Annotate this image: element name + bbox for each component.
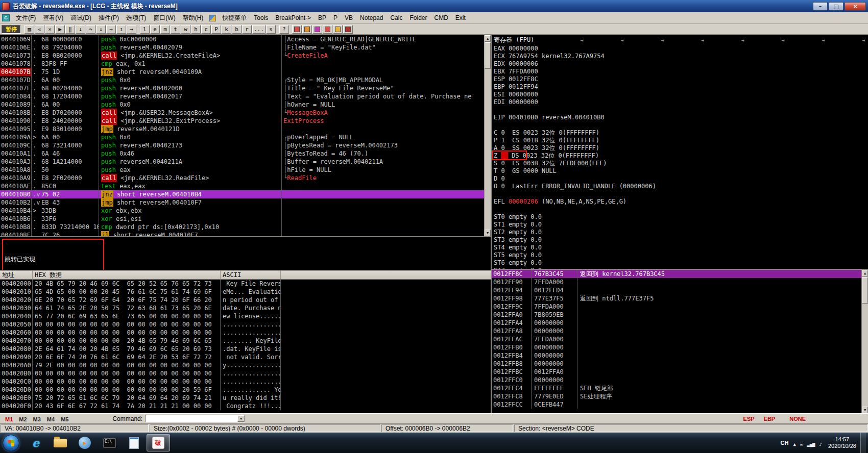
toolbar-animate-into-button[interactable]: ⇓ xyxy=(96,25,106,34)
menu-item[interactable]: BP xyxy=(315,13,330,22)
register-line[interactable]: Z 0 DS 0023 32位 0(FFFFFFFF) xyxy=(494,152,868,160)
register-line[interactable]: EFL 00000206 (NO,NB,NE,A,NS,PE,GE,G) xyxy=(494,198,868,206)
register-line[interactable]: EDI 00000000 xyxy=(494,98,868,106)
memory-tab-m2[interactable]: M2 xyxy=(16,416,30,422)
dump-row[interactable]: 004020F020 43 6F 6E 67 72 61 74 7A 20 21… xyxy=(0,402,491,410)
dump-row[interactable]: 0040206000 00 00 00 00 00 00 00 00 00 00… xyxy=(0,329,491,337)
toolbar-plugin-button-5[interactable] xyxy=(333,25,343,34)
pause-state-button[interactable]: 暂停 xyxy=(2,25,21,34)
disasm-row[interactable]: 00401069.68 000000C0push 0xC0000000│Acce… xyxy=(0,35,484,43)
toolbar-plugin-button-4[interactable] xyxy=(323,25,332,34)
memory-tab-m4[interactable]: M4 xyxy=(44,416,58,422)
scroll-thumb[interactable] xyxy=(862,277,868,304)
action-center-icon[interactable]: ✉ xyxy=(800,442,803,447)
menu-item[interactable]: 插件(P) xyxy=(95,13,123,23)
menu-item[interactable]: 文件(F) xyxy=(12,13,39,23)
menu-item[interactable]: 帮助(H) xyxy=(179,13,207,23)
toolbar-window-button-m[interactable]: m xyxy=(160,25,170,34)
disasm-row[interactable]: 004010A3.68 1A214000push reverseM.004021… xyxy=(0,158,484,166)
toolbar-window-button-P[interactable]: P xyxy=(211,25,221,34)
disasm-row[interactable]: 0040107D.6A 00push 0x0┌Style = MB_OK|MB_… xyxy=(0,76,484,84)
register-line[interactable]: P 1 CS 001B 32位 0(FFFFFFFF) xyxy=(494,137,868,144)
scroll-thumb[interactable] xyxy=(485,42,491,69)
toolbar-plugin-button-6[interactable] xyxy=(343,25,353,34)
stack-row[interactable]: 0012FF9C7FFDA000 xyxy=(492,303,861,311)
stack-row[interactable]: 0012FFC87779E0EDSE处理程序 xyxy=(492,392,861,400)
toolbar-execute-till-return-button[interactable]: ↥ xyxy=(116,25,126,34)
register-line[interactable]: EIP 004010B0 reverseM.004010B0 xyxy=(494,114,868,121)
dump-row[interactable]: 0040205000 00 00 00 00 00 00 00 00 00 00… xyxy=(0,320,491,329)
stack-row[interactable]: 0012FFCC0CEFB447 xyxy=(492,400,861,409)
dump-row[interactable]: 004020C000 00 00 00 00 00 00 00 00 00 00… xyxy=(0,377,491,386)
register-line[interactable]: C 0 ES 0023 32位 0(FFFFFFFF) xyxy=(494,129,868,137)
disasm-row[interactable]: 004010B4>33DBxor ebx,ebx xyxy=(0,207,484,215)
toolbar-window-button-e[interactable]: e xyxy=(150,25,160,34)
menu-item[interactable]: Calc xyxy=(387,13,406,22)
dropdown-arrow-icon[interactable]: ▼ xyxy=(237,415,245,422)
menu-item[interactable]: 窗口(W) xyxy=(150,13,179,23)
dump-header-ascii[interactable]: ASCII xyxy=(221,271,281,279)
language-indicator[interactable]: CH xyxy=(778,440,791,446)
register-line[interactable]: ST3 empty 0.0 xyxy=(494,236,868,244)
memory-tab-m1[interactable]: M1 xyxy=(2,416,16,422)
disasm-row[interactable]: 004010AE.85C0test eax,eax xyxy=(0,182,484,190)
stack-row[interactable]: 0012FFC4FFFFFFFFSEH 链尾部 xyxy=(492,384,861,392)
scroll-down-icon[interactable]: ▼ xyxy=(485,230,491,236)
toolbar-window-button-s[interactable]: s xyxy=(266,25,276,34)
toolbar-close-process-button[interactable]: × xyxy=(45,25,55,34)
toolbar-step-over-button[interactable]: ↷ xyxy=(86,25,95,34)
toolbar-window-button-r[interactable]: r xyxy=(242,25,252,34)
dump-header-hex[interactable]: HEX 数据 xyxy=(33,271,221,279)
disasm-row[interactable]: 004010BF.7C 26jl short reverseM.004010E7 xyxy=(0,231,484,236)
register-line[interactable]: D 0 xyxy=(494,175,868,183)
menu-item[interactable]: 调试(D) xyxy=(67,13,95,23)
disasm-row[interactable]: 004010A9.E8 2F020000call <jmp.&KERNEL32.… xyxy=(0,174,484,182)
network-icon[interactable]: ▂▄▆ xyxy=(807,442,815,447)
taskbar-app-command-prompt[interactable]: C:\ xyxy=(98,434,121,451)
disasm-row[interactable]: 004010B6.33F6xor esi,esi xyxy=(0,215,484,223)
register-line[interactable]: ESI 00000000 xyxy=(494,91,868,98)
memory-tab-m3[interactable]: M3 xyxy=(30,416,44,422)
menu-item[interactable]: P xyxy=(330,13,341,22)
taskbar-app-media-player[interactable]: ▶ xyxy=(73,434,97,451)
command-input[interactable]: ▼ xyxy=(145,415,245,422)
close-button[interactable]: × xyxy=(845,2,866,11)
register-line[interactable] xyxy=(494,190,868,198)
disasm-row[interactable]: 00401095.E9 83010000jmp reverseM.0040121… xyxy=(0,125,484,133)
toolbar-go-to-address-button[interactable]: → xyxy=(127,25,136,34)
start-button[interactable] xyxy=(3,435,19,451)
menu-item[interactable]: Notepad xyxy=(356,13,387,22)
toolbar-run-button[interactable]: ▶ xyxy=(55,25,65,34)
disasm-row[interactable]: 0040107F.68 00204000push reverseM.004020… xyxy=(0,84,484,92)
menu-item[interactable]: BreakPoint-> xyxy=(272,13,315,22)
dump-row[interactable]: 0040201065 4D 65 00 00 00 20 45 76 61 6C… xyxy=(0,288,491,296)
help-button[interactable]: ? xyxy=(279,25,289,34)
dump-row[interactable]: 004020206E 20 70 65 72 69 6F 64 20 6F 75… xyxy=(0,296,491,304)
stack-scrollbar[interactable]: ▲ ▼ xyxy=(861,270,868,413)
dump-row[interactable]: 004020802E 64 61 74 00 20 4B 65 79 46 69… xyxy=(0,345,491,353)
disasm-row[interactable]: 00401089.6A 00push 0x0│hOwner = NULL xyxy=(0,100,484,109)
toolbar-window-button-dotdotdot[interactable]: ... xyxy=(252,25,266,34)
taskbar-app-text-editor[interactable] xyxy=(122,434,146,451)
register-line[interactable]: O 0 LastErr ERROR_INVALID_HANDLE (000000… xyxy=(494,183,868,190)
register-line[interactable]: ST4 empty 0.0 xyxy=(494,244,868,251)
register-line[interactable]: EAX 00000000 xyxy=(494,45,868,53)
stack-row[interactable]: 0012FFB000000000 xyxy=(492,343,861,351)
register-line[interactable]: A 0 SS 0023 32位 0(FFFFFFFF) xyxy=(494,144,868,152)
disasm-row[interactable]: 0040109A>6A 00push 0x0┌pOverlapped = NUL… xyxy=(0,133,484,141)
register-line[interactable]: ST6 empty 0.0 xyxy=(494,259,868,267)
stack-row[interactable]: 0012FFA07B8059EB xyxy=(492,311,861,319)
disasm-row[interactable]: 0040108B.E8 D7020000call <jmp.&USER32.Me… xyxy=(0,109,484,117)
ebp-button[interactable]: EBP xyxy=(764,416,776,422)
stack-row[interactable]: 0012FFA400000000 xyxy=(492,319,861,327)
disasm-row[interactable]: 00401073.E8 0B020000call <jmp.&KERNEL32.… xyxy=(0,52,484,60)
disasm-row[interactable]: 004010A1.6A 46push 0x46│BytesToRead = 46… xyxy=(0,149,484,158)
disassembly-scrollbar[interactable]: ▲ ▼ xyxy=(484,35,491,236)
toolbar-window-button-c[interactable]: c xyxy=(201,25,211,34)
taskbar-app-file-explorer[interactable] xyxy=(49,434,72,451)
memory-tab-m5[interactable]: M5 xyxy=(58,416,71,422)
clock[interactable]: 14:57 2020/10/28 xyxy=(828,436,856,449)
disasm-row[interactable]: 00401078.83F8 FFcmp eax,-0x1 xyxy=(0,60,484,68)
disasm-row[interactable]: 004010B8.833D 73214000 10cmp dword ptr d… xyxy=(0,223,484,231)
register-line[interactable] xyxy=(494,206,868,213)
